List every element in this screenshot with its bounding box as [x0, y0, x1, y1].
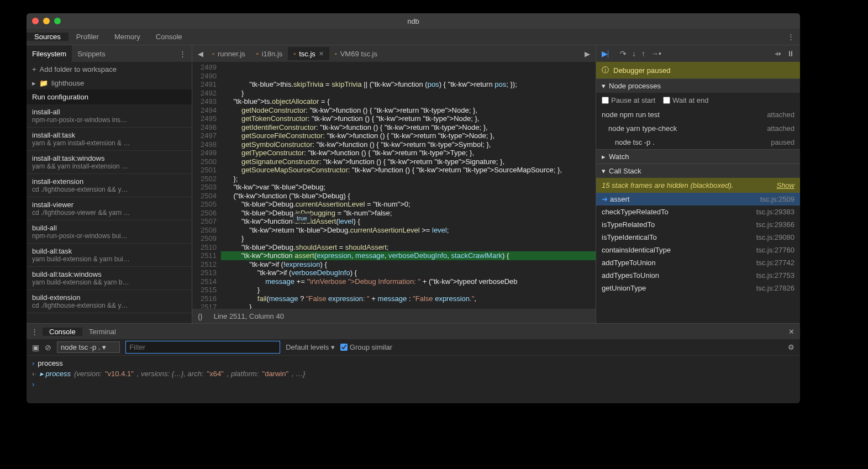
titlebar: ndb: [27, 13, 800, 29]
process-row[interactable]: node tsc -p .paused: [596, 135, 800, 149]
add-folder-label: Add folder to workspace: [40, 65, 117, 73]
tab-memory[interactable]: Memory: [107, 33, 148, 41]
fs-item[interactable]: ▸ 📁 lighthouse: [27, 77, 192, 89]
file-icon: ▫: [335, 50, 337, 57]
pause-at-start-checkbox[interactable]: Pause at start: [602, 96, 655, 104]
stack-frame[interactable]: addTypesToUniontsc.js:27753: [596, 269, 800, 282]
run-config-item[interactable]: build-allnpm-run-posix-or-windows bui…: [27, 220, 192, 244]
code-body[interactable]: "tk-blue">this.skipTrivia = skipTrivia |…: [221, 62, 596, 309]
sidebar-tab-filesystem[interactable]: Filesystem: [27, 45, 72, 62]
console-sidebar-icon[interactable]: ▣: [32, 343, 39, 352]
hover-tooltip: true: [293, 213, 311, 223]
file-icon: ▫: [293, 50, 296, 57]
fs-item-label: lighthouse: [51, 79, 84, 87]
resume-icon[interactable]: ▶⎸: [602, 49, 614, 59]
run-config-item[interactable]: install-all:task:windowsyarn && yarn ins…: [27, 151, 192, 174]
window-title: ndb: [407, 17, 419, 25]
group-similar-checkbox[interactable]: Group similar: [340, 343, 392, 351]
close-window-icon[interactable]: [32, 18, 39, 24]
gear-icon[interactable]: ⚙: [788, 343, 795, 351]
console-input-echo: process: [38, 359, 63, 367]
run-config-item[interactable]: build-extensioncd ./lighthouse-extension…: [27, 290, 192, 313]
clear-console-icon[interactable]: ⊘: [45, 343, 51, 352]
blackbox-banner: 15 stack frames are hidden (blackboxed).…: [596, 178, 800, 193]
run-config-item[interactable]: build-all:taskyarn build-extension & yar…: [27, 244, 192, 267]
deactivate-breakpoints-icon[interactable]: ⇸: [775, 49, 781, 58]
run-config-item[interactable]: build-all:task:windowsyarn build-extensi…: [27, 267, 192, 290]
cursor-position: Line 2511, Column 40: [214, 312, 284, 320]
filter-input[interactable]: [125, 341, 280, 354]
sidebar: FilesystemSnippets⋮ + Add folder to work…: [27, 45, 192, 323]
run-config-item[interactable]: install-extensioncd ./lighthouse-extensi…: [27, 174, 192, 197]
debugger-toolbar: ▶⎸ ↷ ↓ ↑ →• ⇸ ⏸: [596, 45, 800, 62]
callstack-header[interactable]: ▾ Call Stack: [596, 164, 800, 178]
console-body[interactable]: ›process ‹·▸ process {version: "v10.4.1"…: [27, 356, 800, 403]
debugger-panel: ▶⎸ ↷ ↓ ↑ →• ⇸ ⏸ ⓘ Debugger paused ▾ Node…: [596, 45, 800, 323]
file-tab[interactable]: ▫VM69 tsc.js: [329, 47, 383, 60]
nav-forward-icon[interactable]: ▶: [582, 50, 592, 58]
stack-frame[interactable]: isTypeIdenticalTotsc.js:29080: [596, 231, 800, 244]
sidebar-kebab-icon[interactable]: ⋮: [173, 50, 192, 58]
bottom-drawer: ⋮ ConsoleTerminal ✕ ▣ ⊘ node tsc -p . ▾ …: [27, 323, 800, 403]
drawer-tab-console[interactable]: Console: [43, 328, 82, 336]
file-tab[interactable]: ▫i18n.js: [251, 47, 288, 60]
node-processes-header[interactable]: ▾ Node processes: [596, 78, 800, 93]
braces-icon[interactable]: {}: [198, 312, 203, 320]
drawer-close-icon[interactable]: ✕: [783, 328, 800, 336]
context-select[interactable]: node tsc -p . ▾: [57, 341, 120, 353]
nav-back-icon[interactable]: ◀: [196, 50, 206, 58]
console-toolbar: ▣ ⊘ node tsc -p . ▾ Default levels ▾ Gro…: [27, 339, 800, 356]
gutter: 2489249024912492249324942495249624972498…: [192, 62, 221, 309]
step-icon[interactable]: →•: [651, 49, 661, 58]
stack-frame[interactable]: containsIdenticalTypetsc.js:27760: [596, 244, 800, 256]
stack-frame[interactable]: addTypeToUniontsc.js:27742: [596, 256, 800, 269]
drawer-kebab-icon[interactable]: ⋮: [27, 328, 43, 336]
run-config-item[interactable]: install-allnpm-run-posix-or-windows ins…: [27, 104, 192, 128]
paused-text: Debugger paused: [613, 66, 670, 75]
add-folder-button[interactable]: + Add folder to workspace: [27, 62, 192, 77]
folder-icon: 📁: [39, 79, 48, 87]
info-icon: ⓘ: [602, 65, 609, 75]
stack-frame[interactable]: getUnionTypetsc.js:27826: [596, 282, 800, 294]
run-config-item[interactable]: install-viewercd ./lighthouse-viewer && …: [27, 197, 192, 220]
step-into-icon[interactable]: ↓: [632, 49, 636, 58]
file-tabs: ◀ ▫runner.js▫i18n.js▫tsc.js✕▫VM69 tsc.js…: [192, 45, 596, 62]
wait-at-end-checkbox[interactable]: Wait at end: [663, 96, 708, 104]
file-icon: ▫: [212, 50, 214, 57]
chevron-right-icon: ▸: [32, 79, 36, 87]
chevron-down-icon: ▾: [602, 167, 606, 175]
process-row[interactable]: node npm run testattached: [596, 108, 800, 122]
stack-frame[interactable]: isTypeRelatedTotsc.js:29366: [596, 218, 800, 231]
watch-header[interactable]: ▸ Watch: [596, 149, 800, 164]
run-config-item[interactable]: install-all:taskyarn & yarn install-exte…: [27, 128, 192, 151]
editor-statusbar: {} Line 2511, Column 40: [192, 309, 596, 323]
main-tabs: SourcesProfilerMemoryConsole ⋮: [27, 29, 800, 45]
blackbox-show-link[interactable]: Show: [776, 181, 795, 189]
log-levels-select[interactable]: Default levels ▾: [286, 343, 335, 351]
tab-profiler[interactable]: Profiler: [69, 33, 107, 41]
maximize-window-icon[interactable]: [54, 18, 61, 24]
code-editor[interactable]: 2489249024912492249324942495249624972498…: [192, 62, 596, 309]
stack-frame[interactable]: checkTypeRelatedTotsc.js:29383: [596, 205, 800, 218]
sidebar-tab-snippets[interactable]: Snippets: [72, 45, 111, 62]
file-tab[interactable]: ▫runner.js: [207, 47, 251, 60]
tab-sources[interactable]: Sources: [27, 33, 69, 41]
pause-exceptions-icon[interactable]: ⏸: [787, 49, 795, 58]
drawer-tab-terminal[interactable]: Terminal: [82, 328, 123, 336]
minimize-window-icon[interactable]: [43, 18, 50, 24]
paused-banner: ⓘ Debugger paused: [596, 62, 800, 78]
step-over-icon[interactable]: ↷: [620, 49, 627, 58]
main-menu-kebab-icon[interactable]: ⋮: [782, 33, 800, 41]
close-icon[interactable]: ✕: [319, 50, 324, 57]
chevron-down-icon: ▾: [602, 82, 606, 90]
stack-frame[interactable]: ➔asserttsc.js:2509: [596, 193, 800, 205]
prompt-chevron-icon: ›: [32, 380, 34, 388]
tab-console[interactable]: Console: [148, 33, 190, 41]
output-chevron-icon: ‹·: [32, 370, 36, 378]
step-out-icon[interactable]: ↑: [641, 49, 645, 58]
process-row[interactable]: node yarn type-checkattached: [596, 122, 800, 135]
app-window: ndb SourcesProfilerMemoryConsole ⋮ Files…: [27, 13, 800, 403]
file-tab[interactable]: ▫tsc.js✕: [288, 47, 329, 60]
run-config-header: Run configuration: [27, 89, 192, 104]
plus-icon: +: [32, 65, 36, 73]
